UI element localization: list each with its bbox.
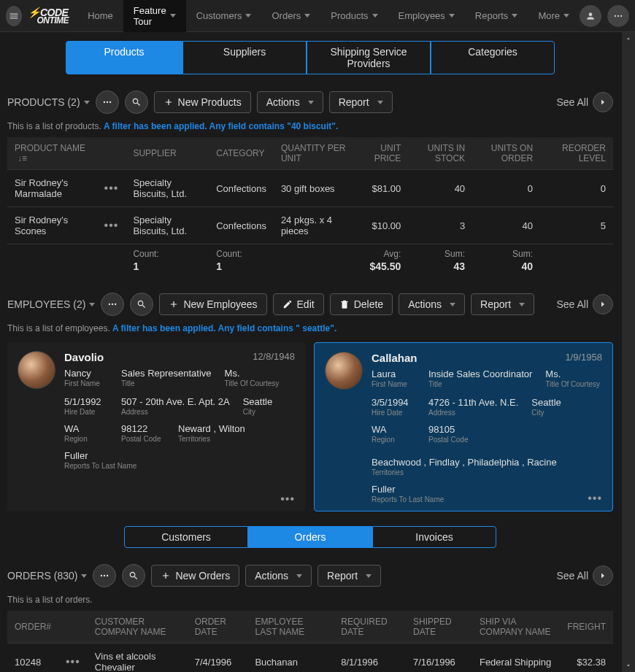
employees-actions-button[interactable]: Actions	[399, 293, 465, 315]
employees-seeall[interactable]: See All	[556, 294, 613, 314]
card-menu-icon[interactable]: •••	[588, 492, 602, 505]
tab-customers[interactable]: Customers	[124, 526, 248, 548]
orders-options-button[interactable]	[93, 564, 116, 587]
nav-home[interactable]: Home	[77, 0, 123, 32]
nav-feature-tour[interactable]: Feature Tour	[123, 0, 186, 32]
more-button[interactable]	[607, 5, 629, 27]
orders-title[interactable]: ORDERS (830)	[7, 570, 87, 582]
nav-customers[interactable]: Customers	[186, 0, 262, 32]
new-employees-button[interactable]: New Employees	[159, 293, 266, 315]
scrollbar[interactable]	[622, 32, 635, 672]
nav-more[interactable]: More	[528, 0, 580, 32]
nav-products[interactable]: Products	[320, 0, 388, 32]
column-header[interactable]: REORDER LEVEL	[540, 137, 613, 170]
new-products-button[interactable]: New Products	[154, 91, 251, 113]
tab-products[interactable]: Products	[66, 41, 182, 74]
orders-report-button[interactable]: Report	[318, 565, 381, 587]
edit-button[interactable]: Edit	[273, 293, 324, 315]
svg-point-9	[101, 575, 102, 576]
products-tabs: ProductsSuppliersShipping Service Provid…	[0, 32, 620, 80]
employees-section: EMPLOYEES (2) New Employees Edit Delete …	[0, 282, 620, 517]
svg-point-3	[103, 101, 104, 103]
row-menu-icon[interactable]: •••	[104, 182, 119, 194]
svg-point-7	[112, 304, 113, 305]
delete-button[interactable]: Delete	[330, 293, 393, 315]
orders-section: ORDERS (830) New Orders Actions Report S…	[0, 554, 620, 672]
employees-filter-link[interactable]: A filter has been applied. Any field con…	[112, 323, 336, 333]
orders-actions-button[interactable]: Actions	[245, 565, 312, 587]
products-options-button[interactable]	[96, 90, 119, 114]
svg-point-8	[115, 304, 116, 305]
products-filter-link[interactable]: A filter has been applied. Any field con…	[104, 121, 338, 131]
svg-point-6	[109, 304, 110, 305]
svg-point-10	[104, 575, 105, 576]
products-search-button[interactable]	[125, 90, 148, 114]
avatar	[325, 352, 363, 390]
column-header[interactable]: QUANTITY PER UNIT	[274, 137, 353, 170]
new-orders-button[interactable]: New Orders	[151, 565, 239, 587]
tab-orders[interactable]: Orders	[248, 526, 372, 548]
tab-shipping-service-providers[interactable]: Shipping Service Providers	[307, 41, 431, 74]
nav-orders[interactable]: Orders	[261, 0, 320, 32]
birth-date: 12/8/1948	[253, 351, 295, 362]
orders-tabs: CustomersOrdersInvoices	[0, 517, 620, 554]
table-row[interactable]: Sir Rodney's Scones•••Specialty Biscuits…	[7, 207, 613, 244]
logo: ⚡CODEONTIME	[28, 7, 69, 25]
column-header[interactable]: FREIGHT	[560, 611, 613, 644]
products-table: PRODUCT NAME ↓≡SUPPLIERCATEGORYQUANTITY …	[7, 137, 613, 279]
menu-button[interactable]	[6, 6, 22, 26]
user-button[interactable]	[580, 5, 601, 27]
scroll-up-button[interactable]	[622, 32, 635, 45]
table-row[interactable]: Sir Rodney's Marmalade•••Specialty Biscu…	[7, 170, 613, 207]
svg-point-1	[617, 15, 619, 16]
birth-date: 1/9/1958	[565, 352, 602, 363]
products-seeall[interactable]: See All	[556, 92, 613, 112]
column-header[interactable]: REQUIRED DATE	[334, 611, 406, 644]
employees-report-button[interactable]: Report	[471, 293, 534, 315]
column-header[interactable]: UNITS IN STOCK	[408, 137, 472, 170]
column-header[interactable]: SHIP VIA COMPANY NAME	[472, 611, 560, 644]
employee-card[interactable]: 12/8/1948DavolioNancyFirst NameSales Rep…	[7, 342, 305, 511]
products-title[interactable]: PRODUCTS (2)	[7, 96, 90, 108]
column-header[interactable]: SUPPLIER	[126, 137, 209, 170]
column-header[interactable]: CATEGORY	[209, 137, 274, 170]
orders-seeall[interactable]: See All	[556, 565, 613, 586]
sort-icon: ↓≡	[18, 153, 27, 163]
row-menu-icon[interactable]: •••	[104, 219, 119, 231]
table-row[interactable]: 10248•••Vins et alcools Chevalier7/4/199…	[7, 644, 613, 673]
svg-point-11	[107, 575, 108, 576]
row-menu-icon[interactable]: •••	[66, 655, 80, 668]
column-header[interactable]	[97, 137, 126, 170]
nav-reports[interactable]: Reports	[465, 0, 528, 32]
employees-description: This is a list of employees. A filter ha…	[7, 320, 613, 339]
tab-categories[interactable]: Categories	[431, 41, 555, 74]
orders-description: This is a list of orders.	[7, 592, 613, 611]
tab-invoices[interactable]: Invoices	[372, 526, 496, 548]
svg-point-0	[615, 15, 616, 16]
avatar	[18, 351, 55, 389]
card-menu-icon[interactable]: •••	[280, 493, 295, 506]
employee-card[interactable]: 1/9/1958CallahanLauraFirst NameInside Sa…	[314, 342, 613, 511]
tab-suppliers[interactable]: Suppliers	[182, 41, 307, 74]
products-actions-button[interactable]: Actions	[257, 91, 323, 113]
svg-point-5	[109, 101, 110, 103]
products-description: This is a list of products. A filter has…	[7, 118, 613, 137]
column-header[interactable]: UNITS ON ORDER	[472, 137, 540, 170]
products-report-button[interactable]: Report	[329, 91, 393, 113]
svg-point-4	[106, 101, 107, 103]
column-header[interactable]	[58, 611, 88, 644]
employees-title[interactable]: EMPLOYEES (2)	[7, 298, 95, 310]
column-header[interactable]: EMPLOYEE LAST NAME	[247, 611, 334, 644]
orders-search-button[interactable]	[122, 564, 145, 587]
employees-options-button[interactable]	[101, 293, 124, 316]
column-header[interactable]: PRODUCT NAME ↓≡	[7, 137, 97, 170]
column-header[interactable]: CUSTOMER COMPANY NAME	[88, 611, 188, 644]
column-header[interactable]: SHIPPED DATE	[406, 611, 472, 644]
scroll-down-button[interactable]	[622, 659, 635, 672]
column-header[interactable]: ORDER DATE	[188, 611, 248, 644]
nav-employees[interactable]: Employees	[388, 0, 465, 32]
employees-search-button[interactable]	[130, 293, 153, 316]
column-header[interactable]: ORDER#	[7, 611, 58, 644]
column-header[interactable]: UNIT PRICE	[353, 137, 408, 170]
orders-table: ORDER#CUSTOMER COMPANY NAMEORDER DATEEMP…	[7, 611, 613, 672]
